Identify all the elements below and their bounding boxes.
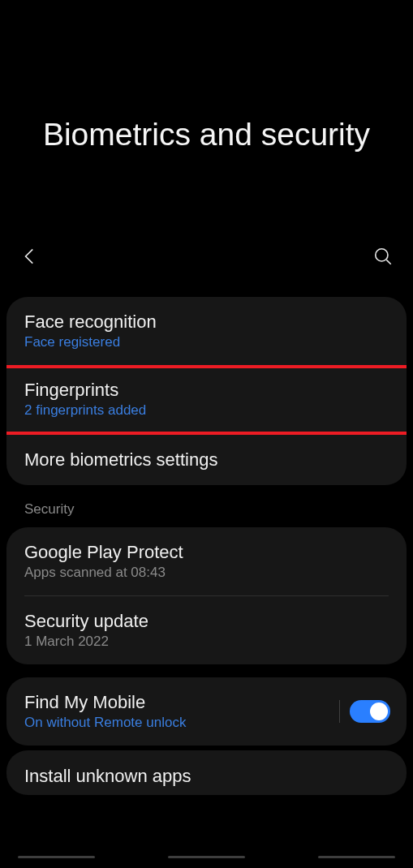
toggle-separator xyxy=(339,700,340,723)
svg-point-0 xyxy=(376,248,388,260)
fingerprints-title: Fingerprints xyxy=(24,380,390,401)
security-section-header: Security xyxy=(6,498,407,527)
back-icon[interactable] xyxy=(19,246,41,270)
fingerprints-row[interactable]: Fingerprints 2 fingerprints added xyxy=(6,368,407,432)
more-biometrics-row[interactable]: More biometrics settings xyxy=(6,435,407,485)
install-unknown-apps-title: Install unknown apps xyxy=(24,766,390,787)
google-play-protect-row[interactable]: Google Play Protect Apps scanned at 08:4… xyxy=(6,527,407,595)
google-play-protect-title: Google Play Protect xyxy=(24,542,390,563)
page-title: Biometrics and security xyxy=(0,114,413,157)
fingerprints-highlight: Fingerprints 2 fingerprints added xyxy=(6,365,407,435)
more-biometrics-title: More biometrics settings xyxy=(24,449,390,471)
fingerprints-subtitle: 2 fingerprints added xyxy=(24,402,390,419)
find-my-mobile-subtitle: On without Remote unlock xyxy=(24,715,339,731)
find-my-mobile-toggle[interactable] xyxy=(350,700,390,723)
face-recognition-row[interactable]: Face recognition Face registered xyxy=(6,297,407,365)
google-play-protect-subtitle: Apps scanned at 08:43 xyxy=(24,565,390,581)
face-recognition-title: Face recognition xyxy=(24,312,390,333)
find-my-mobile-title: Find My Mobile xyxy=(24,692,339,713)
install-unknown-apps-row[interactable]: Install unknown apps xyxy=(6,750,407,795)
search-icon[interactable] xyxy=(372,246,394,270)
find-my-mobile-row[interactable]: Find My Mobile On without Remote unlock xyxy=(6,677,407,746)
security-update-row[interactable]: Security update 1 March 2022 xyxy=(6,596,407,664)
android-nav-bar[interactable] xyxy=(0,856,413,858)
security-update-title: Security update xyxy=(24,611,390,632)
face-recognition-subtitle: Face registered xyxy=(24,334,390,350)
security-update-subtitle: 1 March 2022 xyxy=(24,634,390,650)
